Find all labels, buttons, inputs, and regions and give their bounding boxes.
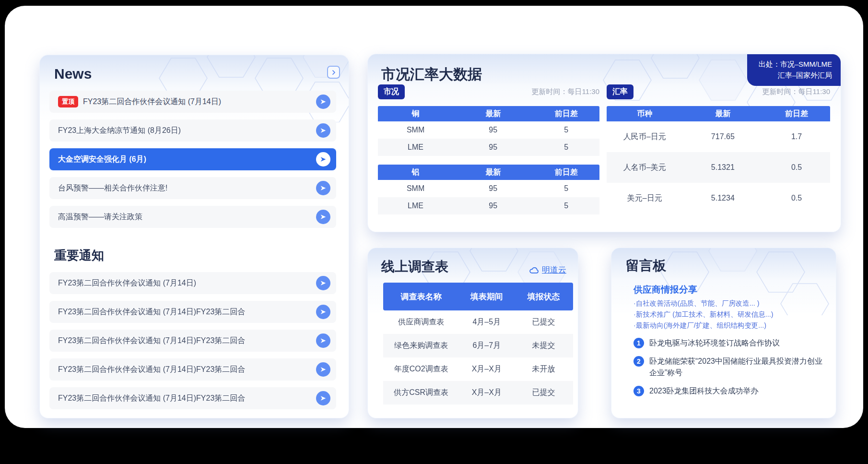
send-arrow-icon	[319, 394, 327, 402]
cell: X月–X月	[459, 364, 514, 374]
cell: 5	[533, 184, 599, 193]
cell: SMM	[378, 126, 453, 134]
market-update-time: 更新时间：每日11:30	[532, 87, 599, 96]
board-news-list: 1 卧龙电驱与冰轮环境签订战略合作协议 2 卧龙储能荣获“2023中国储能行业最…	[633, 337, 822, 404]
pinned-badge: 置顶	[58, 96, 78, 107]
cell: 1.7	[763, 132, 830, 141]
notice-item[interactable]: FY23第二回合作伙伴会议通知 (7月14日)FY23第二回合	[49, 301, 336, 323]
cell: 人民币–日元	[607, 132, 682, 142]
market-fx-panel: 市况汇率大数据 出处：市况–SMM/LME 汇率–国家外汇局 市况 更新时间：每…	[367, 54, 841, 232]
open-arrow-button[interactable]	[316, 333, 330, 348]
news-list: 置顶 FY23第二回合作伙伴会议通知 (7月14日) FY23上海大金纳凉节通知…	[49, 91, 336, 235]
mingdao-cloud-link[interactable]: 明道云	[529, 264, 566, 275]
cell: LME	[378, 143, 453, 152]
news-item-selected[interactable]: 大金空调安全强化月 (6月)	[49, 148, 336, 170]
survey-panel: 线上调查表 明道云 调查表名称 填表期间 填报状态 供应商调查表 4月–5月 已…	[367, 248, 578, 418]
open-arrow-button[interactable]	[316, 305, 330, 319]
cell: 95	[453, 126, 533, 134]
cell: 95	[453, 202, 533, 210]
news-item[interactable]: 台风预警——相关合作伙伴注意!	[49, 177, 336, 199]
cell: 年度CO2调查表	[383, 364, 459, 374]
cell: 5	[533, 126, 599, 134]
send-arrow-icon	[319, 155, 327, 163]
open-arrow-button[interactable]	[316, 391, 330, 405]
source-line-1: 出处：市况–SMM/LME	[759, 59, 832, 70]
board-news-item[interactable]: 3 2023卧龙集团科技大会成功举办	[633, 385, 822, 397]
table-row: 人民币–日元 717.65 1.7	[607, 121, 830, 152]
source-badge: 出处：市况–SMM/LME 汇率–国家外汇局	[747, 54, 841, 86]
board-news-label: 卧龙储能荣获“2023中国储能行业最具投资潜力创业企业”称号	[649, 356, 822, 379]
message-board-panel: 留言板 供应商情报分享 ·自社改善活动(品质、节能、厂房改造... ) ·新技术…	[611, 248, 836, 418]
table-row: LME 95 5	[378, 197, 599, 214]
cell: 4月–5月	[459, 317, 514, 327]
market-panel-title: 市况汇率大数据	[381, 65, 482, 84]
table-header-row: 币种 最新 前日差	[607, 106, 830, 121]
open-arrow-button[interactable]	[316, 210, 330, 224]
board-news-item[interactable]: 2 卧龙储能荣获“2023中国储能行业最具投资潜力创业企业”称号	[633, 356, 822, 379]
table-row: 年度CO2调查表 X月–X月 未开放	[383, 357, 573, 381]
notice-item[interactable]: FY23第二回合作伙伴会议通知 (7月14日)FY23第二回合	[49, 387, 336, 409]
table-row: LME 95 5	[378, 139, 599, 156]
board-bullet: ·自社改善活动(品质、节能、厂房改造... )	[633, 298, 774, 309]
cell: 绿色来购调查表	[383, 341, 459, 351]
open-arrow-button[interactable]	[316, 276, 330, 290]
board-news-item[interactable]: 1 卧龙电驱与冰轮环境签订战略合作协议	[633, 337, 822, 349]
table-row: 人名币–美元 5.1321 0.5	[607, 152, 830, 183]
open-arrow-button[interactable]	[316, 152, 330, 167]
send-arrow-icon	[319, 127, 327, 134]
number-badge: 3	[633, 386, 644, 396]
notice-item-label: FY23第二回合作伙伴会议通知 (7月14日)FY23第二回合	[58, 336, 316, 346]
send-arrow-icon	[319, 308, 327, 316]
open-arrow-button[interactable]	[316, 123, 330, 138]
column-header: 最新	[453, 109, 533, 119]
board-news-label: 卧龙电驱与冰轮环境签订战略合作协议	[649, 337, 780, 349]
fx-column: 汇率 更新时间：每日11:30 币种 最新 前日差 人民币–日元 717.65 …	[607, 84, 830, 214]
notice-item-label: FY23第二回合作伙伴会议通知 (7月14日)FY23第二回合	[58, 393, 316, 404]
notice-item[interactable]: FY23第二回合作伙伴会议通知 (7月14日)FY23第二回合	[49, 358, 336, 381]
send-arrow-icon	[319, 337, 327, 345]
number-badge: 2	[633, 356, 644, 367]
news-more-button[interactable]	[327, 66, 340, 79]
cell: 717.65	[682, 132, 763, 141]
cell: 供应商调查表	[383, 317, 459, 327]
notice-item-label: FY23第二回合作伙伴会议通知 (7月14日)FY23第二回合	[58, 307, 316, 317]
news-item-label: FY23上海大金纳凉节通知 (8月26日)	[58, 126, 316, 136]
open-arrow-button[interactable]	[316, 362, 330, 377]
cell: 0.5	[763, 163, 830, 172]
board-bullet: ·新技术推广 (加工技术、新材料、研发信息...)	[633, 309, 774, 320]
news-item[interactable]: 高温预警——请关注政策	[49, 206, 336, 228]
column-header: 填报状态	[514, 291, 573, 302]
cell: 95	[453, 184, 533, 193]
column-header: 前日差	[763, 109, 830, 119]
table-row: SMM 95 5	[378, 180, 599, 197]
news-item[interactable]: FY23上海大金纳凉节通知 (8月26日)	[49, 119, 336, 142]
send-arrow-icon	[319, 279, 327, 287]
news-item-label: 大金空调安全强化月 (6月)	[58, 155, 316, 165]
cloud-icon	[529, 266, 540, 274]
status-cell: 未开放	[514, 364, 573, 374]
send-arrow-icon	[319, 366, 327, 373]
notice-item[interactable]: FY23第二回合作伙伴会议通知 (7月14日)FY23第二回合	[49, 330, 336, 352]
source-line-2: 汇率–国家外汇局	[759, 70, 832, 81]
open-arrow-button[interactable]	[316, 181, 330, 195]
open-arrow-button[interactable]	[316, 95, 330, 109]
cell: 美元–日元	[607, 193, 682, 203]
news-item-label: 台风预警——相关合作伙伴注意!	[58, 183, 316, 193]
news-panel: News 置顶 FY23第二回合作伙伴会议通知 (7月14日) FY23上海大金…	[39, 55, 349, 418]
table-header-row: 铜 最新 前日差	[378, 106, 599, 121]
main-sheet: News 置顶 FY23第二回合作伙伴会议通知 (7月14日) FY23上海大金…	[5, 6, 863, 428]
column-header: 铜	[378, 109, 453, 119]
cell: 5	[533, 202, 599, 210]
board-panel-title: 留言板	[626, 257, 666, 275]
copper-table: 铜 最新 前日差 SMM 95 5 LME 95 5	[378, 106, 599, 156]
table-row: 美元–日元 5.1234 0.5	[607, 183, 830, 214]
send-arrow-icon	[319, 213, 327, 221]
cell: 5	[533, 143, 599, 152]
column-header: 前日差	[533, 109, 599, 119]
number-badge: 1	[633, 338, 644, 348]
survey-panel-title: 线上调查表	[381, 258, 448, 276]
notice-item[interactable]: FY23第二回合作伙伴会议通知 (7月14日)	[49, 272, 336, 294]
news-item[interactable]: 置顶 FY23第二回合作伙伴会议通知 (7月14日)	[49, 91, 336, 113]
news-title: News	[54, 66, 92, 82]
board-subtitle: 供应商情报分享	[633, 284, 697, 296]
